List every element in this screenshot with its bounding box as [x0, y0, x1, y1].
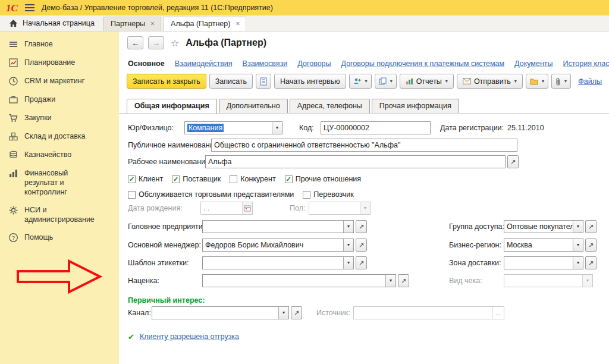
attachments-dropdown[interactable]: ▾: [551, 74, 571, 89]
open-icon[interactable]: ↗: [356, 239, 367, 252]
entity-type-combobox[interactable]: Компания ▾: [184, 121, 282, 134]
section-navlinks: Основное Взаимодействия Взаимосвязи Дого…: [128, 59, 609, 68]
tab-partners[interactable]: Партнеры ×: [103, 17, 161, 31]
dropdown-icon[interactable]: ▾: [573, 257, 583, 269]
row-entity: Юр/Физлицо: Компания ▾ Код: ЦУ-00000002 …: [128, 121, 603, 135]
checkbox-perevozchik[interactable]: ✓ Перевозчик: [303, 190, 353, 199]
sidebar-item-sklad[interactable]: Склад и доставка: [0, 127, 119, 146]
sidebar-item-planirovanie[interactable]: Планирование: [0, 54, 119, 72]
label-template-label: Шаблон этикетки:: [128, 259, 202, 267]
tab-alfa-partner[interactable]: Альфа (Партнер) ×: [163, 17, 246, 31]
save-button[interactable]: Записать: [209, 74, 253, 89]
code-input[interactable]: ЦУ-00000002: [321, 121, 431, 134]
selected-text: Компания: [187, 124, 224, 132]
reports-dropdown[interactable]: Отчеты ▾: [400, 74, 454, 89]
open-icon[interactable]: ↗: [356, 256, 367, 269]
sidebar-item-crm[interactable]: CRM и маркетинг: [0, 72, 119, 90]
dropdown-icon[interactable]: ▾: [385, 275, 395, 287]
birth-date-input[interactable]: . .: [200, 202, 253, 215]
dropdown-icon[interactable]: ▾: [343, 239, 353, 251]
work-name-input[interactable]: Альфа: [205, 155, 506, 168]
checkbox-icon[interactable]: ✓: [285, 175, 293, 183]
checkbox-icon[interactable]: ✓: [230, 175, 237, 183]
checkbox-konkurent[interactable]: ✓ Конкурент: [230, 175, 275, 183]
manager-combobox[interactable]: Федоров Борис Михайлович ▾: [202, 239, 354, 252]
sidebar-item-glavnoe[interactable]: Главное: [0, 35, 119, 54]
channel-combobox[interactable]: ▾: [152, 306, 289, 319]
checkbox-torg-predstaviteli[interactable]: ✓ Обслуживается торговыми представителям…: [128, 190, 294, 199]
create-based-on-dropdown[interactable]: ▾: [349, 74, 372, 89]
sidebar-item-pomoshch[interactable]: ? Помощь: [0, 228, 119, 247]
close-icon[interactable]: ×: [236, 20, 240, 28]
public-name-input[interactable]: Общество с ограниченной ответственностью…: [211, 139, 517, 152]
navlink-vzaimodeystviya[interactable]: Взаимодействия: [175, 59, 233, 68]
markup-combobox[interactable]: ▾: [202, 274, 396, 287]
tab-obshchaya-informatsiya[interactable]: Общая информация: [127, 99, 217, 114]
open-icon[interactable]: ↗: [585, 239, 597, 252]
dropdown-icon[interactable]: ▾: [573, 221, 583, 233]
region-combobox[interactable]: Москва ▾: [504, 239, 583, 252]
home-tab[interactable]: Начальная страница: [4, 15, 103, 31]
files-link[interactable]: Файлы: [578, 77, 602, 86]
shipment-allowed-link[interactable]: Клиенту разрешена отгрузка: [140, 332, 239, 341]
sidebar-item-kaznacheystvo[interactable]: Казначейство: [0, 146, 119, 164]
checkbox-icon[interactable]: ✓: [172, 175, 180, 183]
navlink-dogovory[interactable]: Договоры: [297, 59, 331, 68]
navlink-osnovnoe[interactable]: Основное: [128, 59, 165, 68]
save-close-button[interactable]: Записать и закрыть: [127, 74, 206, 89]
open-icon[interactable]: ↗: [585, 220, 597, 233]
close-icon[interactable]: ×: [150, 20, 155, 28]
edo-dropdown[interactable]: ▾: [526, 74, 548, 89]
gender-combobox[interactable]: ▾: [309, 202, 371, 215]
navlink-dogovory-podklyucheniya[interactable]: Договоры подключения к платежным система…: [341, 59, 505, 68]
favorite-star-icon[interactable]: ☆: [171, 37, 179, 49]
open-icon[interactable]: ↗: [291, 306, 302, 319]
forward-button[interactable]: →: [148, 36, 164, 49]
delivery-zone-combobox[interactable]: ▾: [504, 256, 583, 269]
main-menu-icon[interactable]: [25, 4, 34, 11]
label-template-combobox[interactable]: ▾: [202, 256, 354, 269]
sidebar-item-prodazhi[interactable]: Продажи: [0, 90, 119, 109]
sidebar-item-finrezultat[interactable]: Финансовый результат и контроллинг: [0, 164, 119, 201]
checkbox-klient[interactable]: ✓ Клиент: [128, 175, 163, 183]
dropdown-icon[interactable]: ▾: [582, 275, 592, 287]
navlink-istoriya-klassifikatsii[interactable]: История классификации: [563, 59, 609, 68]
navlink-dokumenty[interactable]: Документы: [514, 59, 553, 68]
copy-icon: [379, 77, 387, 85]
ellipsis-button[interactable]: ...: [492, 307, 504, 319]
sidebar-item-nsi[interactable]: НСИ и администрирование: [0, 201, 119, 228]
copy-dropdown[interactable]: ▾: [375, 74, 397, 89]
dropdown-icon[interactable]: ▾: [360, 202, 370, 214]
start-interview-button[interactable]: Начать интервью: [274, 74, 346, 89]
dropdown-icon[interactable]: ▾: [343, 221, 353, 233]
dropdown-icon[interactable]: ▾: [278, 307, 288, 319]
back-button[interactable]: ←: [127, 36, 143, 49]
row-channel-source: Канал: ▾ ↗ Источник: ...: [128, 306, 603, 320]
document-register-button[interactable]: [256, 74, 271, 89]
markup-label: Наценка:: [128, 277, 202, 285]
calendar-icon[interactable]: [242, 202, 252, 214]
head-enterprise-combobox[interactable]: ▾: [202, 220, 354, 233]
sidebar-item-zakupki[interactable]: Закупки: [0, 109, 119, 127]
source-input[interactable]: ...: [353, 306, 504, 319]
open-icon[interactable]: ↗: [585, 256, 597, 269]
checkbox-prochie-otnosheniya[interactable]: ✓ Прочие отношения: [285, 175, 361, 183]
checkbox-icon[interactable]: ✓: [128, 175, 136, 183]
checkbox-icon[interactable]: ✓: [128, 191, 136, 199]
dropdown-icon[interactable]: ▾: [272, 122, 282, 134]
red-annotation-arrow: [14, 257, 103, 296]
access-group-combobox[interactable]: Оптовые покупатели ▾: [504, 220, 583, 233]
tab-prochaya-informatsiya[interactable]: Прочая информация: [372, 99, 459, 113]
open-icon[interactable]: ↗: [356, 220, 367, 233]
tab-dopolnitelno[interactable]: Дополнительно: [219, 99, 288, 113]
dropdown-icon[interactable]: ▾: [573, 239, 583, 251]
send-dropdown[interactable]: Отправить ▾: [457, 74, 523, 89]
checkbox-icon[interactable]: ✓: [303, 191, 310, 199]
navlink-vzaimosvyazi[interactable]: Взаимосвязи: [243, 59, 288, 68]
dropdown-icon[interactable]: ▾: [343, 257, 353, 269]
checkbox-postavshchik[interactable]: ✓ Поставщик: [172, 175, 221, 183]
receipt-type-combobox[interactable]: ▾: [504, 274, 593, 287]
open-icon[interactable]: ↗: [398, 274, 409, 287]
tab-adresa-telefony[interactable]: Адреса, телефоны: [290, 99, 370, 113]
open-icon[interactable]: ↗: [507, 155, 519, 168]
